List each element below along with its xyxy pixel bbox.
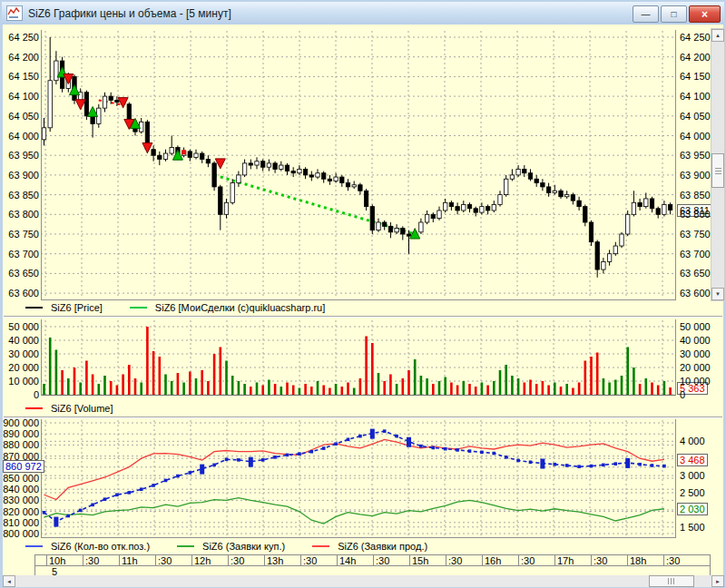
price-legend-label: SiZ6 [Price] (51, 302, 103, 313)
time-tick (663, 555, 664, 565)
time-axis-label: 11h (122, 555, 138, 566)
indicator-axis-label-left: 840 000 (2, 484, 39, 495)
volume-legend-label: SiZ6 [Volume] (51, 403, 113, 414)
volume-axis-label-left: 10 000 (2, 376, 39, 387)
price-axis-label-left: 63 750 (2, 229, 39, 240)
time-axis-label: :30 (303, 555, 317, 566)
volume-legend-item: SiZ6 [Volume] (25, 403, 113, 414)
indicator-axis-label-left: 820 000 (2, 506, 39, 517)
indicator-axis-label-left: 870 000 (2, 451, 39, 462)
price-axis-label-left: 63 650 (2, 268, 39, 279)
minimize-button[interactable]: — (633, 5, 659, 23)
thumb-grip-icon (668, 578, 675, 584)
panel-separator (4, 416, 722, 418)
indicator-legend-item: SiZ6 (Заявки куп.) (177, 541, 285, 552)
price-axis-label-right: 64 250 (680, 32, 711, 43)
title-bar[interactable]: SiZ6 Графики цены и объема - [5 минут] —… (2, 2, 724, 24)
indicator-axis-label-left: 900 000 (2, 417, 39, 428)
legend-line-icon (25, 407, 43, 409)
indicator-axis-label-right: 2 500 (680, 487, 705, 498)
legend-line-icon (177, 545, 194, 547)
chart-window: SiZ6 Графики цены и объема - [5 минут] —… (0, 0, 726, 588)
indicator-axis-label-left: 810 000 (2, 517, 39, 528)
time-tick (591, 555, 592, 565)
legend-line-icon (25, 545, 43, 547)
indicator-axis-label-left: 880 000 (2, 439, 39, 450)
price-axis-label-right: 63 850 (680, 190, 711, 201)
price-axis-label-right: 63 650 (680, 268, 711, 279)
sell-orders-badge: 3 468 (677, 454, 708, 466)
time-tick (554, 555, 555, 565)
indicator-legend-label: SiZ6 (Кол-во отк.поз.) (51, 541, 150, 552)
window-chart-icon (6, 5, 23, 21)
time-tick (83, 555, 83, 565)
price-axis-label-left: 64 150 (2, 71, 39, 82)
scroll-down-button[interactable]: ▼ (711, 288, 724, 300)
time-tick (264, 555, 265, 565)
time-tick (228, 555, 229, 565)
time-tick (373, 555, 374, 565)
price-axis-label-right: 64 150 (680, 71, 711, 82)
legend-line-icon (312, 545, 329, 547)
time-tick (627, 555, 628, 565)
indicator-axis-label-left: 830 000 (2, 495, 39, 505)
price-axis-label-right: 64 100 (680, 91, 711, 102)
time-axis-label: :30 (521, 555, 535, 566)
price-axis-label-left: 64 250 (2, 32, 39, 43)
price-axis-label-right: 64 050 (680, 111, 711, 122)
price-axis-label-left: 63 600 (2, 288, 39, 299)
price-axis-label-right: 63 750 (680, 229, 711, 240)
time-tick (446, 555, 446, 565)
legend-line-icon (130, 307, 147, 309)
volume-axis-label-right: 20 000 (680, 362, 711, 373)
window-title: SiZ6 Графики цены и объема - [5 минут] (28, 7, 231, 20)
horizontal-scroll-thumb[interactable] (649, 575, 694, 587)
volume-axis-label-left: 30 000 (2, 348, 39, 359)
maximize-button[interactable]: □ (661, 5, 687, 23)
vertical-scrollbar[interactable]: ▲ ▼ (711, 28, 725, 301)
time-axis-label: :30 (666, 555, 680, 566)
legend-line-icon (25, 307, 43, 309)
buy-orders-badge: 2 030 (677, 503, 708, 515)
time-axis-label: :30 (85, 555, 99, 566)
indicator-axis-label-right: 1 500 (680, 522, 705, 533)
panel-separator (4, 316, 722, 318)
time-axis-label: :30 (158, 555, 172, 566)
time-axis-label: 10h (49, 555, 65, 566)
indicator-legend: SiZ6 (Кол-во отк.поз.)SiZ6 (Заявки куп.)… (25, 541, 455, 552)
price-legend-label: SiZ6 [МоиСделки (с)quikluacsharp.ru] (155, 302, 325, 313)
time-axis-label: 18h (630, 555, 646, 566)
time-tick (300, 555, 301, 565)
volume-axis-label-left: 0 (2, 389, 39, 400)
time-tick (155, 555, 156, 565)
scroll-left-button[interactable]: ◄ (3, 575, 15, 587)
volume-axis-label-right: 0 (680, 389, 685, 400)
scroll-right-button[interactable]: ► (711, 575, 724, 587)
time-tick (409, 555, 410, 565)
price-axis-label-right: 63 900 (680, 170, 711, 181)
time-tick (337, 555, 338, 565)
close-button[interactable]: × (689, 5, 721, 23)
horizontal-scrollbar[interactable]: ◄ ► (3, 575, 723, 587)
price-axis-label-left: 63 950 (2, 150, 39, 161)
indicator-axis-label-left: 850 000 (2, 473, 39, 484)
price-axis-label-left: 63 700 (2, 249, 39, 260)
indicator-axis-label-right: 4 000 (680, 436, 705, 446)
indicator-legend-label: SiZ6 (Заявки куп.) (202, 541, 285, 552)
price-chart[interactable] (41, 30, 676, 301)
indicator-chart[interactable] (41, 419, 676, 538)
vertical-scroll-thumb[interactable] (711, 153, 724, 188)
indicator-axis-label-left: 800 000 (2, 528, 39, 539)
time-axis-label: 17h (557, 555, 574, 566)
price-axis-label-right: 63 950 (680, 150, 711, 161)
time-axis-label: 15h (412, 555, 428, 566)
time-axis-label: 12h (194, 555, 211, 566)
indicator-legend-label: SiZ6 (Заявки прод.) (338, 541, 427, 552)
price-axis-label-left: 64 100 (2, 91, 39, 102)
indicator-axis-label-left: 890 000 (2, 428, 39, 439)
volume-chart[interactable] (41, 319, 676, 398)
scroll-up-button[interactable]: ▲ (711, 29, 724, 42)
time-axis-label: :30 (594, 555, 607, 566)
indicator-legend-item: SiZ6 (Заявки прод.) (312, 541, 427, 552)
volume-axis-label-left: 40 000 (2, 335, 39, 346)
